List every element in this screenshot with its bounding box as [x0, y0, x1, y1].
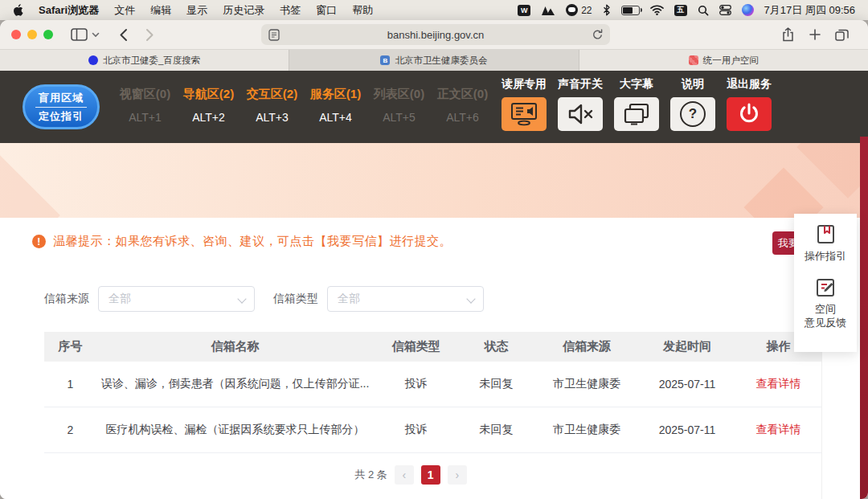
reader-view-icon[interactable] — [268, 29, 280, 41]
help-button[interactable]: ? — [670, 97, 715, 131]
baidu-favicon — [88, 55, 98, 65]
menu-app-name[interactable]: Safari浏览器 — [39, 3, 99, 18]
banner-cube-decoration — [0, 147, 60, 218]
dual-screen-icon — [623, 102, 650, 126]
mailbox-source-select[interactable]: 全部 — [98, 286, 255, 312]
back-button[interactable] — [119, 28, 128, 42]
tool-sound-toggle: 声音开关 — [557, 77, 604, 131]
menu-file[interactable]: 文件 — [114, 3, 135, 18]
cell-name: 误诊、漏诊，倒卖患者（因系统问题，仅上传部分证... — [96, 377, 374, 391]
cell-status: 未回复 — [458, 377, 534, 391]
banner-cube-decoration — [744, 168, 824, 218]
screen-reader-icon — [510, 102, 538, 126]
mountains-status-icon[interactable] — [541, 6, 555, 15]
tool-screen-reader: 读屏专用 — [501, 77, 547, 131]
prev-page-button[interactable]: ‹ — [395, 465, 414, 485]
pagination: 共 2 条 ‹ 1 › — [0, 465, 821, 485]
zone-body-text[interactable]: 正文区(0) ALT+6 — [431, 71, 494, 143]
tab-label: 北京市卫健委_百度搜索 — [103, 55, 200, 67]
mailbox-list-page: ! 温馨提示：如果您有诉求、咨询、建议，可点击【我要写信】进行提交。 我要写信 … — [0, 218, 868, 499]
siri-status-icon[interactable] — [742, 4, 754, 16]
big-caption-button[interactable] — [614, 97, 659, 131]
menu-bookmarks[interactable]: 书签 — [280, 3, 301, 18]
header-date: 发起时间 — [639, 339, 735, 354]
safari-window: banshi.beijing.gov.cn 北京市卫健委_百度搜索 B 北京市卫… — [0, 20, 868, 499]
wechat-status-icon[interactable] — [566, 4, 578, 16]
table-row: 2 医疗机构误检、漏检（证据因系统要求只上传部分） 投诉 未回复 市卫生健康委 … — [44, 407, 821, 453]
operation-guide-item[interactable]: 操作指引 — [805, 223, 846, 264]
view-detail-link[interactable]: 查看详情 — [735, 423, 821, 437]
next-page-button[interactable]: › — [448, 465, 467, 485]
reload-icon[interactable] — [592, 29, 603, 40]
exit-service-button[interactable] — [727, 97, 772, 131]
cell-name: 医疗机构误检、漏检（证据因系统要求只上传部分） — [96, 423, 374, 437]
right-red-strip — [860, 137, 868, 499]
beijing-gov-favicon: B — [380, 55, 390, 65]
floating-side-panel: 操作指引 空间 意见反馈 — [794, 214, 857, 352]
zone-navigation[interactable]: 导航区(2) ALT+2 — [177, 71, 240, 143]
feedback-item[interactable]: 空间 意见反馈 — [805, 276, 846, 330]
bluetooth-status-icon[interactable] — [603, 4, 611, 16]
select-value: 全部 — [108, 292, 131, 306]
spotlight-search-icon[interactable] — [698, 5, 709, 16]
share-icon[interactable] — [782, 27, 794, 42]
tab-overview-icon[interactable] — [835, 28, 849, 41]
question-mark-icon: ? — [680, 101, 706, 127]
page-1-button[interactable]: 1 — [421, 465, 440, 485]
sound-toggle-button[interactable] — [558, 97, 603, 131]
menu-view[interactable]: 显示 — [186, 3, 207, 18]
cell-date: 2025-07-11 — [639, 378, 735, 391]
cell-status: 未回复 — [458, 423, 534, 437]
zone-service[interactable]: 服务区(1) ALT+4 — [304, 71, 367, 143]
wechat-unread-count: 22 — [581, 5, 592, 16]
banner-cube-decoration — [796, 143, 868, 198]
badge-line1: 盲用区域 — [35, 91, 87, 108]
menu-help[interactable]: 帮助 — [352, 3, 373, 18]
zone-interaction[interactable]: 交互区(2) ALT+3 — [240, 71, 304, 143]
blind-zone-guide-badge[interactable]: 盲用区域 定位指引 — [23, 84, 100, 129]
url-text: banshi.beijing.gov.cn — [387, 29, 484, 41]
header-status: 状态 — [458, 339, 534, 354]
menu-window[interactable]: 窗口 — [316, 3, 337, 18]
tool-big-caption: 大字幕 — [613, 77, 660, 131]
apple-menu-icon[interactable] — [13, 4, 23, 16]
w-app-status-icon[interactable]: W — [518, 5, 530, 16]
header-source: 信箱来源 — [534, 339, 639, 354]
zone-list[interactable]: 列表区(0) ALT+5 — [367, 71, 431, 143]
input-method-status-icon[interactable]: 五 — [674, 5, 687, 16]
guide-book-icon — [815, 223, 837, 245]
tab-user-space[interactable]: 统一用户空间 — [579, 50, 868, 71]
tab-baidu-search[interactable]: 北京市卫健委_百度搜索 — [0, 50, 289, 71]
feedback-note-icon — [815, 276, 837, 298]
browser-toolbar: banshi.beijing.gov.cn — [0, 20, 868, 50]
mailbox-type-select[interactable]: 全部 — [327, 286, 484, 312]
zone-viewport[interactable]: 视窗区(0) ALT+1 — [113, 71, 177, 143]
minimize-window-button[interactable] — [27, 30, 37, 39]
cell-type: 投诉 — [374, 377, 458, 391]
tab-label: 北京市卫生健康委员会 — [395, 55, 487, 67]
tab-health-commission[interactable]: B 北京市卫生健康委员会 — [289, 50, 579, 71]
header-type: 信箱类型 — [374, 339, 458, 354]
menubar-clock[interactable]: 7月17日 周四 09:56 — [764, 3, 855, 18]
sidebar-toggle-icon[interactable] — [71, 28, 88, 41]
mailbox-source-label: 信箱来源 — [44, 292, 89, 306]
wifi-status-icon[interactable] — [650, 5, 664, 15]
sidebar-chevron-icon[interactable] — [92, 32, 100, 38]
battery-status-icon[interactable] — [621, 6, 640, 15]
screen-reader-button[interactable] — [502, 97, 547, 131]
zoom-window-button[interactable] — [43, 30, 53, 39]
forward-button[interactable] — [145, 28, 154, 42]
menu-edit[interactable]: 编辑 — [150, 3, 171, 18]
address-bar[interactable]: banshi.beijing.gov.cn — [261, 24, 610, 45]
view-detail-link[interactable]: 查看详情 — [735, 377, 821, 391]
accessibility-toolbar: 盲用区域 定位指引 视窗区(0) ALT+1 导航区(2) ALT+2 交互区(… — [0, 71, 868, 143]
warning-icon: ! — [32, 235, 46, 248]
table-row: 1 误诊、漏诊，倒卖患者（因系统问题，仅上传部分证... 投诉 未回复 市卫生健… — [44, 362, 821, 407]
notice-row: ! 温馨提示：如果您有诉求、咨询、建议，可点击【我要写信】进行提交。 — [32, 234, 452, 249]
tab-label: 统一用户空间 — [703, 55, 759, 67]
menu-history[interactable]: 历史记录 — [223, 3, 264, 18]
close-window-button[interactable] — [11, 30, 21, 39]
control-center-icon[interactable] — [719, 5, 731, 15]
cell-type: 投诉 — [374, 423, 458, 437]
new-tab-icon[interactable] — [809, 29, 821, 40]
